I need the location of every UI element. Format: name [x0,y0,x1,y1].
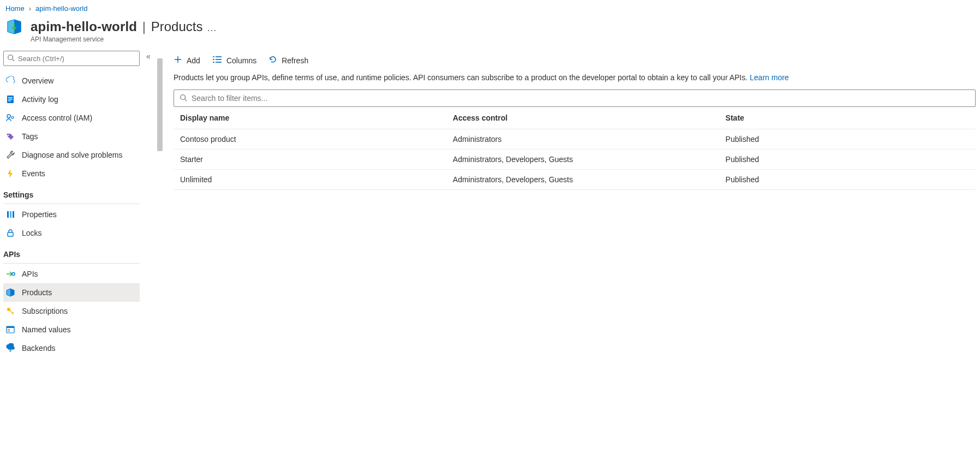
sidebar-item-properties[interactable]: Properties [3,205,140,224]
more-icon[interactable]: … [207,22,217,33]
table-row[interactable]: Contoso productAdministratorsPublished [174,129,976,150]
refresh-button[interactable]: Refresh [268,55,308,65]
sidebar-item-label: Subscriptions [22,307,68,315]
title-separator: | [142,19,146,34]
sidebar-search-input[interactable] [15,55,136,63]
sidebar-item-label: Overview [22,76,53,85]
chevron-right-icon: › [29,4,31,13]
sidebar-item-overview[interactable]: Overview [3,71,140,90]
svg-rect-11 [13,211,14,218]
svg-rect-3 [8,97,13,98]
svg-line-27 [185,99,187,101]
breadcrumb-resource[interactable]: apim-hello-world [35,4,87,13]
columns-button[interactable]: Columns [212,55,256,65]
refresh-label: Refresh [282,56,308,65]
sidebar-item-access-control[interactable]: Access control (IAM) [3,109,140,127]
sidebar-item-label: Properties [22,210,57,219]
svg-rect-5 [8,100,11,101]
service-type-label: API Management service [0,35,980,43]
filter-input[interactable] [187,94,970,103]
col-header-state[interactable]: State [719,107,976,129]
cell-access: Administrators [446,129,719,150]
sidebar-item-tags[interactable]: Tags [3,127,140,146]
sidebar-gap: « [143,49,163,368]
filter-search[interactable] [174,89,976,107]
sidebar-item-label: Named values [22,325,71,334]
lightning-icon [5,169,15,178]
separator [3,263,140,264]
svg-line-1 [13,59,15,61]
svg-rect-10 [10,211,11,218]
svg-rect-9 [7,211,9,218]
search-icon [7,54,15,63]
svg-point-6 [7,115,10,118]
cell-name: Unlimited [174,170,446,190]
collapse-sidebar-icon[interactable]: « [146,52,151,61]
svg-rect-12 [8,232,13,236]
properties-icon [5,210,15,219]
table-row[interactable]: StarterAdministrators, Developers, Guest… [174,150,976,170]
sidebar: Overview Activity log Access control (IA… [0,49,143,368]
add-button[interactable]: Add [174,55,200,65]
columns-label: Columns [226,56,256,65]
table-row[interactable]: UnlimitedAdministrators, Developers, Gue… [174,170,976,190]
sidebar-item-label: Locks [22,229,42,237]
key-icon [5,306,15,316]
col-header-display-name[interactable]: Display name [174,107,446,129]
breadcrumb-home[interactable]: Home [5,4,25,13]
svg-point-19 [9,350,11,352]
add-label: Add [187,56,200,65]
tag-icon [5,132,15,141]
svg-rect-18 [8,331,10,332]
svg-point-0 [8,55,13,59]
sidebar-search[interactable] [3,51,140,66]
sidebar-item-label: Events [22,169,45,178]
sidebar-item-label: Activity log [22,95,58,104]
sidebar-item-named-values[interactable]: Named values [3,320,140,339]
svg-rect-4 [8,99,13,99]
description-text: Products let you group APIs, define term… [174,73,750,82]
refresh-icon [268,55,277,65]
resource-name: apim-hello-world [31,19,137,34]
cell-state: Published [719,170,976,190]
sidebar-item-apis[interactable]: APIs [3,265,140,283]
sidebar-item-subscriptions[interactable]: Subscriptions [3,302,140,320]
sidebar-item-events[interactable]: Events [3,164,140,183]
access-control-icon [5,113,15,123]
col-header-access-control[interactable]: Access control [446,107,719,129]
sidebar-item-label: Products [22,288,52,297]
learn-more-link[interactable]: Learn more [750,73,789,82]
sidebar-item-backends[interactable]: Backends [3,339,140,357]
cell-name: Starter [174,150,446,170]
cell-name: Contoso product [174,129,446,150]
cloud-sync-icon [5,76,15,86]
api-icon [5,269,15,279]
products-table: Display name Access control State Contos… [174,107,976,190]
page-title: Products [151,19,203,34]
wrench-icon [5,150,15,160]
svg-point-8 [8,135,9,136]
toolbar: Add Columns [174,51,976,73]
description: Products let you group APIs, define term… [174,73,976,82]
breadcrumb: Home › apim-hello-world [0,0,980,15]
cell-access: Administrators, Developers, Guests [446,170,719,190]
main-content: Add Columns [163,49,980,368]
sidebar-item-activity-log[interactable]: Activity log [3,90,140,109]
sidebar-item-label: Backends [22,344,55,353]
sidebar-item-products[interactable]: Products [3,283,140,302]
products-icon [5,288,15,297]
backends-icon [5,343,15,353]
named-values-icon [5,325,15,334]
sidebar-item-diagnose[interactable]: Diagnose and solve problems [3,146,140,164]
svg-rect-17 [8,329,10,330]
apim-service-icon [5,18,23,35]
scrollbar[interactable] [157,58,163,151]
sidebar-item-label: APIs [22,270,38,278]
sidebar-item-label: Diagnose and solve problems [22,151,122,159]
sidebar-item-locks[interactable]: Locks [3,224,140,242]
cell-state: Published [719,150,976,170]
svg-rect-16 [7,326,14,328]
columns-icon [212,55,222,65]
sidebar-section-apis: APIs [3,242,140,262]
sidebar-item-label: Access control (IAM) [22,113,92,122]
